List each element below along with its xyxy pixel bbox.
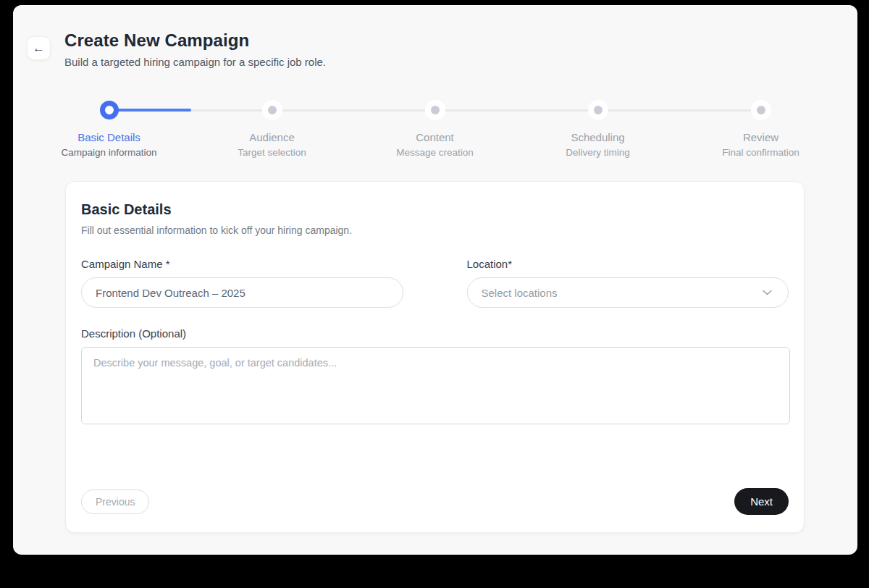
header-text: Create New Campaign Build a targeted hir… [64,30,326,70]
description-textarea[interactable] [81,347,790,424]
description-field: Description (Optional) [81,327,789,427]
step-inactive-dot [425,100,445,120]
step-label: Review [743,130,778,144]
card-subtitle: Fill out essential information to kick o… [81,224,789,237]
card-footer: Previous Next [81,488,789,515]
step-inactive-dot [751,100,771,120]
stepper-step-audience[interactable]: Audience Target selection [190,100,353,159]
page-title: Create New Campaign [64,30,326,51]
step-sublabel: Delivery timing [566,146,630,159]
step-label: Basic Details [77,130,140,144]
stepper-step-content[interactable]: Content Message creation [353,100,516,159]
page-subtitle: Build a targeted hiring campaign for a s… [64,55,326,70]
location-select[interactable]: Select locations [467,277,789,308]
stepper-step-scheduling[interactable]: Scheduling Delivery timing [516,100,679,159]
step-sublabel: Final confirmation [722,146,799,159]
campaign-stepper: Basic Details Campaign information Audie… [28,100,842,159]
step-label: Scheduling [571,130,624,144]
description-label: Description (Optional) [81,327,789,341]
back-arrow-icon: ← [33,41,45,56]
step-label: Audience [249,130,295,144]
campaign-name-input[interactable] [81,277,403,308]
step-sublabel: Target selection [238,146,306,159]
step-active-dot [100,101,119,119]
step-sublabel: Campaign information [61,146,156,159]
chevron-down-icon [763,290,772,295]
page-header: ← Create New Campaign Build a targeted h… [13,5,857,70]
card-title: Basic Details [81,201,789,219]
location-field: Location* Select locations [467,257,789,308]
basic-details-card: Basic Details Fill out essential informa… [65,181,805,533]
step-inactive-dot [588,100,608,120]
location-label: Location* [467,257,789,272]
step-inactive-dot [262,100,282,120]
campaign-name-label: Campaign Name * [81,257,403,272]
campaign-name-field: Campaign Name * [81,257,403,308]
location-placeholder: Select locations [482,287,558,299]
back-button[interactable]: ← [27,36,51,60]
app-window: ← Create New Campaign Build a targeted h… [13,5,857,555]
previous-button[interactable]: Previous [81,490,149,514]
step-sublabel: Message creation [396,146,474,159]
step-label: Content [416,130,454,144]
next-button[interactable]: Next [734,488,789,515]
stepper-step-basic-details[interactable]: Basic Details Campaign information [28,100,190,159]
stepper-step-review[interactable]: Review Final confirmation [679,100,842,159]
